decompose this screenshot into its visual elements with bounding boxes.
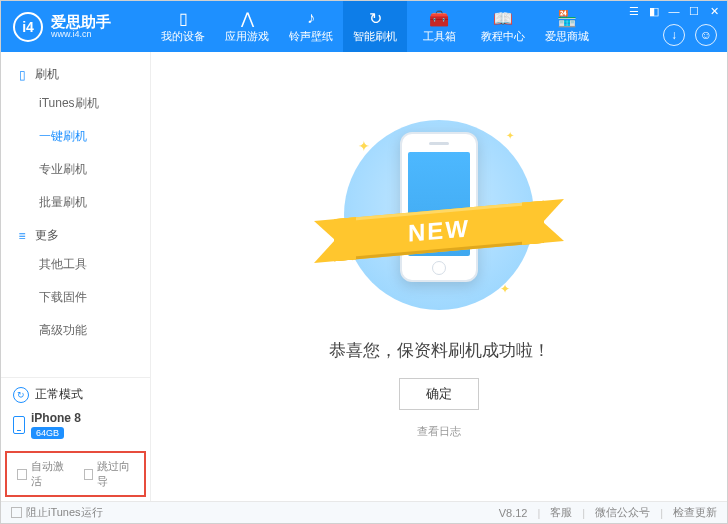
skin-icon[interactable]: ◧ [647,5,661,18]
sidebar-scroll: ▯ 刷机 iTunes刷机 一键刷机 专业刷机 批量刷机 ≡ 更多 其他工具 下… [1,52,150,377]
titlebar: i4 爱思助手 www.i4.cn ▯ 我的设备 ⋀ 应用游戏 ♪ 铃声壁纸 ↻… [1,1,727,52]
device-name: iPhone 8 [31,411,81,425]
sidebar-item-advanced[interactable]: 高级功能 [1,314,150,347]
check-label: 自动激活 [31,459,68,489]
checkbox-icon [11,507,22,518]
apps-icon: ⋀ [241,9,254,27]
wechat-link[interactable]: 微信公众号 [595,505,650,520]
version-label: V8.12 [499,507,528,519]
mode-row[interactable]: ↻ 正常模式 [1,378,150,411]
sidebar-item-itunes-flash[interactable]: iTunes刷机 [1,87,150,120]
device-storage: 64GB [31,427,64,439]
window-controls: ☰ ◧ — ☐ ✕ [627,5,721,18]
brand-name: 爱思助手 [51,14,111,29]
nav-my-device[interactable]: ▯ 我的设备 [151,1,215,52]
star-icon: ✦ [358,138,370,154]
update-link[interactable]: 检查更新 [673,505,717,520]
separator: | [582,507,585,519]
device-row[interactable]: iPhone 8 64GB [1,411,150,447]
nav-tools[interactable]: 🧰 工具箱 [407,1,471,52]
nav-label: 应用游戏 [225,29,269,44]
star-icon: ✦ [500,282,510,296]
sidebar-item-pro-flash[interactable]: 专业刷机 [1,153,150,186]
device-icon [13,416,25,434]
brand: 爱思助手 www.i4.cn [51,14,111,39]
flash-icon: ↻ [369,9,382,27]
nav-label: 我的设备 [161,29,205,44]
sidebar-group-flash: ▯ 刷机 [1,58,150,87]
nav-apps[interactable]: ⋀ 应用游戏 [215,1,279,52]
store-icon: 🏪 [557,9,577,27]
sidebar-item-batch-flash[interactable]: 批量刷机 [1,186,150,219]
checkbox-icon [17,469,27,480]
sidebar-item-download-firmware[interactable]: 下载固件 [1,281,150,314]
skip-wizard-checkbox[interactable]: 跳过向导 [84,459,135,489]
view-log-link[interactable]: 查看日志 [417,424,461,439]
user-icons: ↓ ☺ [663,24,717,46]
user-icon[interactable]: ☺ [695,24,717,46]
ok-button[interactable]: 确定 [399,378,479,410]
block-itunes-checkbox[interactable]: 阻止iTunes运行 [11,505,103,520]
maximize-icon[interactable]: ☐ [687,5,701,18]
more-group-icon: ≡ [15,229,29,243]
checkbox-icon [84,469,94,480]
phone-illustration [400,132,478,282]
nav-label: 智能刷机 [353,29,397,44]
download-icon[interactable]: ↓ [663,24,685,46]
support-link[interactable]: 客服 [550,505,572,520]
nav-tutorials[interactable]: 📖 教程中心 [471,1,535,52]
toolbox-icon: 🧰 [429,9,449,27]
statusbar-right: V8.12 | 客服 | 微信公众号 | 检查更新 [499,505,717,520]
separator: | [660,507,663,519]
highlighted-checkboxes: 自动激活 跳过向导 [5,451,146,497]
music-icon: ♪ [307,9,315,27]
sidebar-item-other-tools[interactable]: 其他工具 [1,248,150,281]
statusbar: 阻止iTunes运行 V8.12 | 客服 | 微信公众号 | 检查更新 [1,501,727,523]
nav-flash[interactable]: ↻ 智能刷机 [343,1,407,52]
group-title: 刷机 [35,66,59,83]
nav-store[interactable]: 🏪 爱思商城 [535,1,599,52]
success-message: 恭喜您，保资料刷机成功啦！ [329,339,550,362]
separator: | [537,507,540,519]
book-icon: 📖 [493,9,513,27]
auto-activate-checkbox[interactable]: 自动激活 [17,459,68,489]
menu-icon[interactable]: ☰ [627,5,641,18]
nav-label: 铃声壁纸 [289,29,333,44]
check-label: 跳过向导 [97,459,134,489]
close-icon[interactable]: ✕ [707,5,721,18]
statusbar-left: 阻止iTunes运行 [11,505,499,520]
sidebar: ▯ 刷机 iTunes刷机 一键刷机 专业刷机 批量刷机 ≡ 更多 其他工具 下… [1,52,151,501]
star-icon: ✦ [506,130,514,141]
logo-wrap: i4 爱思助手 www.i4.cn [1,12,151,42]
phone-icon: ▯ [179,9,188,27]
minimize-icon[interactable]: — [667,5,681,18]
flash-group-icon: ▯ [15,68,29,82]
sidebar-item-oneclick-flash[interactable]: 一键刷机 [1,120,150,153]
sidebar-bottom: ↻ 正常模式 iPhone 8 64GB 自动激活 跳过向导 [1,377,150,501]
nav-label: 工具箱 [423,29,456,44]
mode-label: 正常模式 [35,386,83,403]
sidebar-group-more: ≡ 更多 [1,219,150,248]
nav-media[interactable]: ♪ 铃声壁纸 [279,1,343,52]
check-label: 阻止iTunes运行 [26,505,103,520]
nav-label: 爱思商城 [545,29,589,44]
content: ✦ ✦ ✦ ✦ NEW 恭喜您，保资料刷机成功啦！ 确定 查看日志 [151,52,727,501]
device-info: iPhone 8 64GB [31,411,81,439]
mode-icon: ↻ [13,387,29,403]
logo-icon: i4 [13,12,43,42]
nav-label: 教程中心 [481,29,525,44]
main: ▯ 刷机 iTunes刷机 一键刷机 专业刷机 批量刷机 ≡ 更多 其他工具 下… [1,52,727,501]
brand-url: www.i4.cn [51,29,111,39]
illustration: ✦ ✦ ✦ ✦ NEW [329,115,549,315]
group-title: 更多 [35,227,59,244]
